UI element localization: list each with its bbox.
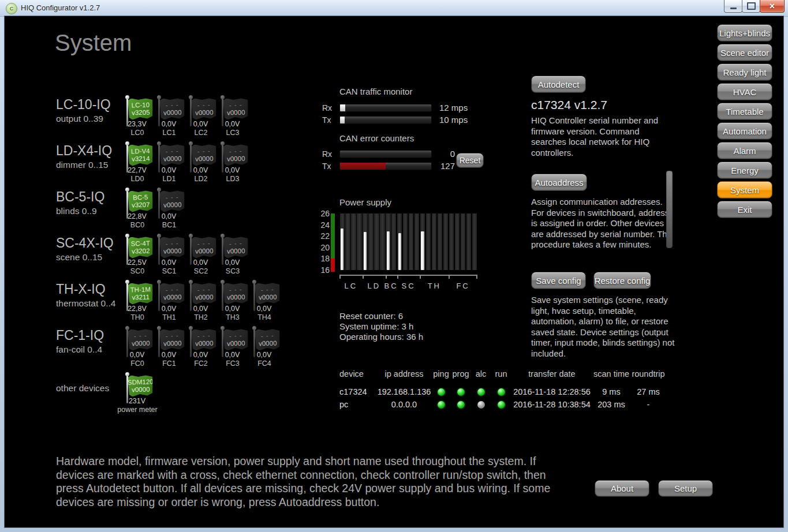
- prog-led-green: [457, 388, 465, 396]
- can-errors-rx-bar: [339, 150, 432, 158]
- device-row-label: SC-4X-IQscene 0..15: [56, 235, 121, 263]
- y-axis-tick: 20: [319, 243, 330, 252]
- flag-voltage: 0,0V: [185, 351, 216, 359]
- flag-firmware-version: v0000: [227, 247, 245, 254]
- nav-button-hvac[interactable]: HVAC: [717, 83, 772, 100]
- prog-led-green: [457, 401, 465, 409]
- chart-slot: [432, 213, 436, 270]
- cell-alc: [471, 388, 491, 396]
- scrollbar[interactable]: [666, 171, 673, 248]
- flag-icon: TH-1Mv3211: [128, 282, 153, 304]
- flag-icon: BC-5v3207: [128, 190, 153, 212]
- nav-button-exit[interactable]: Exit: [717, 201, 772, 218]
- col-header-prog: prog: [450, 369, 471, 379]
- flag-icon: SC-4Tv3202: [128, 236, 153, 258]
- save-config-button[interactable]: Save config: [531, 272, 586, 289]
- flag-device-name: - - -: [134, 332, 147, 340]
- device-table: deviceip addresspingprogalcruntransfer d…: [339, 369, 666, 418]
- autodetect-button[interactable]: Autodetect: [531, 76, 586, 93]
- flag-icon: - - -v0000: [191, 282, 216, 304]
- x-axis-tick: [420, 275, 421, 279]
- flag-icon: - - -v0000: [128, 328, 153, 350]
- reset-button[interactable]: Reset: [456, 153, 484, 168]
- nav-button-system[interactable]: System: [717, 181, 772, 198]
- flag-voltage: 231V: [121, 397, 153, 405]
- cell-scan-time: 203 ms: [592, 400, 630, 409]
- x-axis-tick: [386, 275, 387, 279]
- flag-label: BC1: [146, 221, 192, 229]
- x-group-label-sc: SC: [401, 282, 415, 290]
- flag-firmware-version: v0000: [227, 339, 245, 347]
- flag-firmware-version: v0000: [163, 293, 182, 301]
- flag-icon: - - -v0000: [223, 236, 248, 258]
- col-header-scan-time: scan time: [592, 369, 630, 379]
- flag-device-name: - - -: [197, 286, 211, 294]
- flag-firmware-version: v0000: [227, 155, 245, 162]
- device-row-other-devices: other devicesSDM120v0000231Vpower meter: [56, 373, 327, 419]
- chart-slot: [380, 213, 384, 270]
- flag-firmware-version: v0000: [195, 339, 214, 347]
- system-uptime: System uptime: 3 h: [339, 321, 423, 332]
- nav-button-energy[interactable]: Energy: [717, 162, 772, 179]
- close-button[interactable]: ×: [760, 0, 785, 13]
- setup-button[interactable]: Setup: [658, 480, 713, 497]
- flag-device-name: - - -: [197, 102, 211, 109]
- flag-voltage: 0,0V: [153, 351, 185, 359]
- flag-voltage: 0,0V: [153, 212, 185, 220]
- x-group-label-ld: LD: [367, 282, 380, 290]
- cell-device: c17324: [339, 387, 376, 396]
- app-window: C HIQ Configurator v1.2.7 × System LC-10…: [0, 0, 788, 532]
- cell-transfer-date: 2016-11-18 12:28:56: [511, 387, 592, 396]
- nav-button-lights-blinds[interactable]: Lights+blinds: [717, 24, 772, 42]
- nav-button-automation[interactable]: Automation: [717, 122, 772, 140]
- flag-icon: - - -v0000: [159, 144, 185, 166]
- minimize-button[interactable]: [724, 0, 742, 13]
- can-errors-tx-fill: [340, 163, 386, 170]
- device-flag-power-meter: SDM120v0000231Vpower meter: [121, 373, 153, 419]
- flag-icon: LD-V4v3214: [128, 144, 153, 166]
- device-flag-sc3: - - -v00000,0VSC3: [216, 234, 248, 280]
- chart-slot: [455, 213, 460, 270]
- nav-button-scene-editor[interactable]: Scene editor: [717, 44, 772, 61]
- system-stats: Reset counter: 6 System uptime: 3 h Oper…: [339, 311, 423, 342]
- ping-led-green: [438, 388, 445, 396]
- flag-voltage: 22,8V: [121, 212, 153, 220]
- device-model: LD-X4-IQ: [56, 143, 121, 158]
- nav-button-alarm[interactable]: Alarm: [717, 142, 772, 159]
- can-errors-tx-label: Tx: [322, 162, 331, 171]
- flag-voltage: 0,0V: [185, 305, 216, 313]
- can-errors-tx-bar: [339, 162, 432, 170]
- chart-slot: [414, 213, 419, 270]
- flag-voltage: 0,0V: [185, 258, 216, 267]
- flag-voltage: 0,0V: [216, 305, 248, 313]
- can-traffic-rx-bar: [339, 104, 432, 112]
- window-title: HIQ Configurator v1.2.7: [21, 3, 100, 12]
- voltage-bar: [421, 231, 424, 270]
- can-errors-rx-value: 0: [426, 149, 455, 159]
- col-header-ip-address: ip address: [376, 369, 432, 379]
- flag-device-name: - - -: [229, 286, 242, 294]
- autoaddress-button[interactable]: Autoaddress: [531, 174, 587, 191]
- device-desc: thermostat 0..4: [56, 298, 121, 309]
- power-supply-chart: Power supply 262422201816LCLDBCSCTHFC: [319, 197, 492, 293]
- restore-config-button[interactable]: Restore config: [593, 272, 651, 289]
- flag-device-name: BC-5: [133, 194, 148, 201]
- about-button[interactable]: About: [595, 480, 649, 497]
- chart-slot: [391, 213, 396, 270]
- voltage-bar: [387, 231, 390, 270]
- app-icon: C: [6, 3, 17, 14]
- col-header-transfer-date: transfer date: [511, 369, 592, 379]
- y-axis-tick: 18: [319, 254, 330, 263]
- can-traffic-tx-fill: [340, 117, 345, 123]
- maximize-button[interactable]: [742, 0, 760, 13]
- flag-icon: SDM120v0000: [128, 374, 153, 396]
- y-axis-tick: 24: [319, 220, 330, 230]
- x-group-label-th: TH: [428, 282, 441, 290]
- col-header-alc: alc: [471, 369, 491, 379]
- flag-device-name: - - -: [197, 148, 211, 155]
- nav-button-ready-light[interactable]: Ready light: [717, 63, 772, 81]
- flag-firmware-version: v0000: [163, 339, 182, 347]
- title-bar[interactable]: C HIQ Configurator v1.2.7 ×: [0, 0, 788, 17]
- nav-button-timetable[interactable]: Timetable: [717, 103, 772, 120]
- y-axis-tick: 16: [319, 265, 330, 275]
